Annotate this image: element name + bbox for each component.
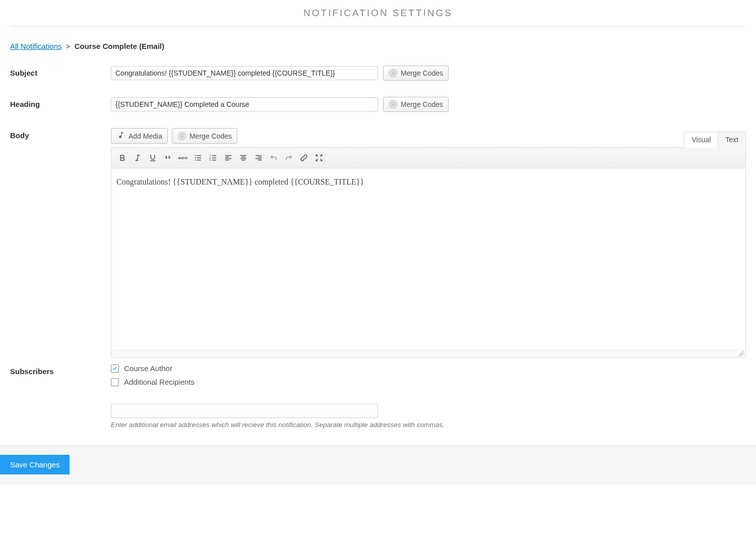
align-right-icon[interactable] bbox=[251, 151, 266, 165]
additional-recipients-checkbox[interactable] bbox=[111, 378, 119, 386]
save-button[interactable]: Save Changes bbox=[0, 455, 70, 474]
merge-codes-label: Merge Codes bbox=[401, 100, 443, 108]
subscribers-label: Subscribers bbox=[10, 364, 111, 376]
heading-label: Heading bbox=[10, 97, 111, 108]
svg-point-2 bbox=[195, 159, 196, 160]
editor-toolbar: ABC 123 bbox=[111, 148, 745, 168]
merge-codes-button-body[interactable]: Merge Codes bbox=[172, 128, 237, 144]
page-title: NOTIFICATION SETTINGS bbox=[10, 0, 746, 26]
underline-icon[interactable] bbox=[146, 151, 160, 165]
body-label: Body bbox=[10, 128, 111, 140]
bold-icon[interactable] bbox=[115, 151, 130, 165]
music-note-icon bbox=[116, 131, 125, 141]
redo-icon[interactable] bbox=[282, 151, 296, 165]
info-icon bbox=[389, 69, 398, 78]
subject-label: Subject bbox=[10, 66, 111, 77]
merge-codes-label: Merge Codes bbox=[401, 69, 443, 77]
link-icon[interactable] bbox=[297, 151, 311, 165]
heading-input[interactable] bbox=[111, 97, 378, 111]
breadcrumb: All Notifications > Course Complete (Ema… bbox=[10, 42, 746, 50]
strikethrough-icon[interactable]: ABC bbox=[176, 151, 190, 165]
add-media-label: Add Media bbox=[129, 132, 162, 140]
additional-recipients-label: Additional Recipients bbox=[124, 378, 195, 386]
course-author-checkbox[interactable] bbox=[111, 365, 119, 373]
svg-point-0 bbox=[195, 155, 196, 156]
align-center-icon[interactable] bbox=[236, 151, 250, 165]
divider bbox=[10, 26, 746, 27]
undo-icon[interactable] bbox=[267, 151, 281, 165]
info-icon bbox=[177, 132, 186, 141]
footer: Save Changes bbox=[0, 445, 756, 485]
breadcrumb-current: Course Complete (Email) bbox=[75, 42, 164, 50]
align-left-icon[interactable] bbox=[221, 151, 235, 165]
subject-input[interactable] bbox=[111, 66, 378, 80]
fullscreen-icon[interactable] bbox=[312, 151, 326, 165]
blockquote-icon[interactable] bbox=[161, 151, 175, 165]
info-icon bbox=[389, 100, 398, 109]
course-author-label: Course Author bbox=[124, 364, 172, 373]
tab-text[interactable]: Text bbox=[718, 132, 746, 148]
numbered-list-icon[interactable]: 123 bbox=[206, 151, 220, 165]
breadcrumb-separator: > bbox=[66, 42, 71, 50]
body-content-area[interactable]: Congratulations! {{STUDENT_NAME}} comple… bbox=[111, 168, 745, 350]
resize-handle[interactable] bbox=[111, 350, 745, 357]
merge-codes-button-heading[interactable]: Merge Codes bbox=[383, 97, 449, 112]
bullet-list-icon[interactable] bbox=[191, 151, 205, 165]
additional-recipients-input[interactable] bbox=[111, 404, 378, 418]
merge-codes-button-subject[interactable]: Merge Codes bbox=[383, 66, 449, 81]
rich-text-editor: ABC 123 Congratulations! {{STUDENT_NAME}… bbox=[111, 147, 746, 358]
italic-icon[interactable] bbox=[131, 151, 145, 165]
recipients-help-text: Enter additional email addresses which w… bbox=[111, 421, 746, 429]
add-media-button[interactable]: Add Media bbox=[111, 128, 168, 144]
tab-visual[interactable]: Visual bbox=[684, 132, 718, 148]
merge-codes-label: Merge Codes bbox=[190, 132, 232, 140]
breadcrumb-link-all-notifications[interactable]: All Notifications bbox=[10, 42, 62, 50]
check-icon bbox=[112, 366, 118, 372]
editor-tabs: Visual Text bbox=[684, 132, 746, 148]
svg-text:3: 3 bbox=[210, 159, 211, 161]
svg-point-1 bbox=[195, 157, 196, 158]
